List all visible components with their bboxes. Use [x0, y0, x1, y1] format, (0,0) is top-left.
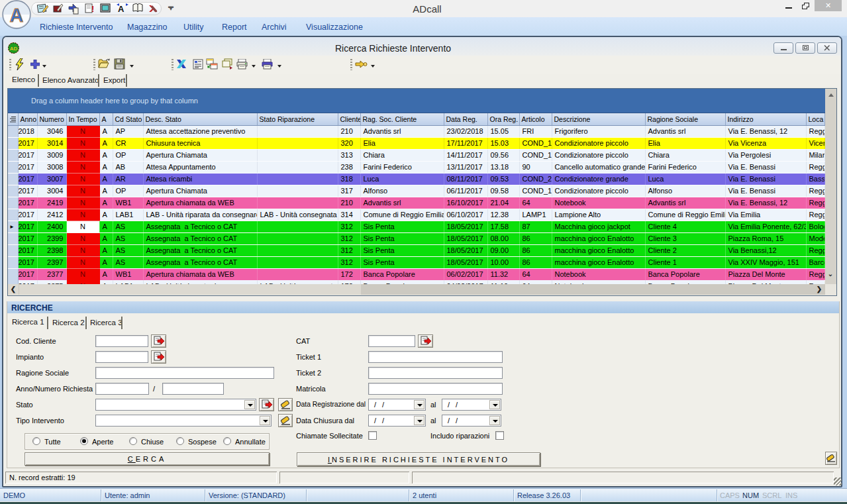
svg-text:A: A [10, 5, 24, 26]
svg-text:!: ! [91, 4, 94, 14]
svg-text:AD: AD [10, 46, 18, 52]
